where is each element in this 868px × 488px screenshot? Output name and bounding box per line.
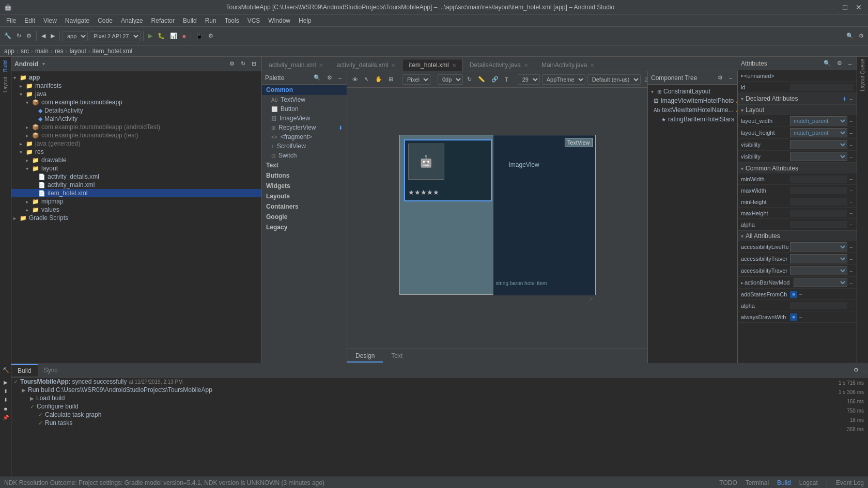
sidebar-sync[interactable]: ↻ <box>239 59 247 68</box>
build-gutter-stop[interactable]: ■ <box>2 405 9 413</box>
orientation-selector[interactable]: 0dp <box>438 74 463 85</box>
module-selector[interactable]: app <box>63 31 88 41</box>
palette-cat-layouts[interactable]: Layouts <box>262 191 347 201</box>
menu-help[interactable]: Help <box>295 16 316 25</box>
attr-accessibility-live-select[interactable] <box>790 242 847 251</box>
attr-gear-btn[interactable]: ⚙ <box>835 59 844 68</box>
forward-btn[interactable]: ▶ <box>49 32 57 40</box>
debug-button[interactable]: 🐛 <box>156 32 167 40</box>
attr-accessibility-trav1-action[interactable]: – <box>848 256 854 262</box>
attr-id-input[interactable] <box>790 84 854 91</box>
text-btn[interactable]: T <box>503 75 510 84</box>
project-structure-btn[interactable]: 🔧 <box>2 32 13 40</box>
constraint-btn[interactable]: 🔗 <box>489 75 501 84</box>
attr-add-states-btn[interactable]: ■ <box>790 291 797 298</box>
attr-min-width-input[interactable] <box>790 176 847 183</box>
menu-code[interactable]: Code <box>94 16 117 25</box>
tab-close[interactable]: ✕ <box>590 62 594 68</box>
run-button[interactable]: ▶ <box>146 32 154 40</box>
attr-accessibility-trav2-select[interactable] <box>790 266 847 275</box>
attr-always-drawn-btn[interactable]: ■ <box>790 313 797 321</box>
attr-max-height-input[interactable] <box>790 210 847 217</box>
layout-queue-label[interactable]: Layout Queue <box>860 59 865 91</box>
search-everywhere-btn[interactable]: 🔍 <box>844 32 856 40</box>
palette-cat-text[interactable]: Text <box>262 160 347 170</box>
stop-button[interactable]: ■ <box>180 32 188 40</box>
tree-item-layout[interactable]: ▾ 📁 layout <box>11 164 261 172</box>
palette-search-btn[interactable]: 🔍 <box>312 73 323 82</box>
tree-item-package-test[interactable]: ▸ 📦 com.example.toursmobileapp (test) <box>11 131 261 139</box>
tree-item-item-hotel[interactable]: ▸ 📄 item_hotel.xml <box>11 189 261 197</box>
close-button[interactable]: ✕ <box>854 3 864 11</box>
tab-activity-main[interactable]: activity_main.xml ✕ <box>262 59 330 71</box>
menu-run[interactable]: Run <box>201 16 221 25</box>
attr-max-width-input[interactable] <box>790 187 847 194</box>
tree-item-package-main[interactable]: ▾ 📦 com.example.toursmobileapp <box>11 98 261 106</box>
tab-close[interactable]: ✕ <box>319 62 323 68</box>
menu-vcs[interactable]: VCS <box>243 16 265 25</box>
breadcrumb-layout[interactable]: layout <box>70 48 86 55</box>
sync-tab[interactable]: Sync <box>38 365 64 376</box>
all-attributes-header[interactable]: ▾ All Attributes <box>738 231 857 241</box>
tab-close[interactable]: ✕ <box>391 62 395 68</box>
comp-item-imageview[interactable]: ▸ 🖼 imageViewItemHotelPhoto ⚠ <box>648 96 737 105</box>
palette-cat-containers[interactable]: Containers <box>262 201 347 212</box>
comp-tree-gear[interactable]: ⚙ <box>716 73 725 82</box>
status-todo[interactable]: TODO <box>719 479 737 486</box>
attr-min-height-action[interactable]: – <box>848 199 854 204</box>
breadcrumb-file[interactable]: item_hotel.xml <box>92 48 132 55</box>
tab-details-activity-java[interactable]: DetailsActivity.java ✕ <box>463 59 535 71</box>
attr-search-btn[interactable]: 🔍 <box>822 59 833 68</box>
attr-alpha-action[interactable]: – <box>848 222 854 227</box>
pan-btn[interactable]: ✋ <box>373 75 384 84</box>
attr-max-height-action[interactable]: – <box>848 210 854 216</box>
attr-accessibility-live-action[interactable]: – <box>848 244 854 250</box>
palette-item-button[interactable]: ⬜ Button <box>262 104 347 114</box>
palette-item-fragment[interactable]: <> <fragment> <box>262 132 347 141</box>
tree-item-drawable[interactable]: ▸ 📁 drawable <box>11 156 261 164</box>
palette-gear-btn[interactable]: ⚙ <box>325 73 334 82</box>
sidebar-gear[interactable]: ⚙ <box>227 59 237 68</box>
status-logcat[interactable]: Logcat <box>799 479 818 486</box>
tree-item-app[interactable]: ▾ 📁 app <box>11 73 261 82</box>
tree-item-manifests[interactable]: ▸ 📁 manifests <box>11 82 261 90</box>
palette-cat-legacy[interactable]: Legacy <box>262 222 347 232</box>
device-size-selector[interactable]: Pixel <box>402 74 430 85</box>
rotate-btn[interactable]: ↻ <box>465 75 474 84</box>
tab-main-activity-java[interactable]: MainActivity.java ✕ <box>535 59 601 71</box>
build-gear-btn[interactable]: ⚙ <box>851 366 861 374</box>
layout-section-header[interactable]: ▾ Layout <box>738 105 857 115</box>
attr-min-height-input[interactable] <box>790 198 847 206</box>
build-tab[interactable]: Build <box>11 364 38 376</box>
tree-item-values[interactable]: ▸ 📁 values <box>11 206 261 214</box>
palette-cat-buttons[interactable]: Buttons <box>262 170 347 181</box>
sidebar-dropdown-icon[interactable]: ▾ <box>42 61 45 67</box>
eye-btn[interactable]: 👁 <box>350 75 360 84</box>
menu-navigate[interactable]: Navigate <box>61 16 94 25</box>
locale-selector[interactable]: Default (en-us) <box>587 74 641 85</box>
attr-accessibility-trav2-action[interactable]: – <box>848 268 854 274</box>
breadcrumb-main[interactable]: main <box>35 48 49 55</box>
menu-window[interactable]: Window <box>264 16 295 25</box>
attr-min-width-action[interactable]: – <box>848 176 854 182</box>
declared-attributes-header[interactable]: ▾ Declared Attributes + – <box>738 93 857 104</box>
status-terminal[interactable]: Terminal <box>746 479 769 486</box>
settings-btn[interactable]: ⚙ <box>24 32 34 40</box>
palette-close-btn[interactable]: – <box>336 73 344 82</box>
ruler-btn[interactable]: 📏 <box>476 75 487 84</box>
attr-accessibility-trav1-select[interactable] <box>790 254 847 263</box>
design-tab-design[interactable]: Design <box>347 350 383 363</box>
avd-manager-btn[interactable]: 📱 <box>194 32 205 40</box>
theme-selector[interactable]: AppTheme <box>542 74 585 85</box>
attr-max-width-action[interactable]: – <box>848 187 854 193</box>
cursor-btn[interactable]: ↖ <box>362 75 371 84</box>
breadcrumb-src[interactable]: src <box>21 48 29 55</box>
menu-edit[interactable]: Edit <box>20 16 39 25</box>
comp-item-textview[interactable]: ▸ Ab textViewItemHotelName... ⚠ <box>648 105 737 115</box>
tree-item-package-android-test[interactable]: ▸ 📦 com.example.toursmobileapp (androidT… <box>11 123 261 131</box>
palette-item-switch[interactable]: ⊡ Switch <box>262 151 347 160</box>
declared-add-btn[interactable]: + <box>842 95 846 103</box>
palette-cat-widgets[interactable]: Widgets <box>262 181 347 191</box>
menu-view[interactable]: View <box>39 16 61 25</box>
attr-add-states-action[interactable]: – <box>798 291 803 297</box>
